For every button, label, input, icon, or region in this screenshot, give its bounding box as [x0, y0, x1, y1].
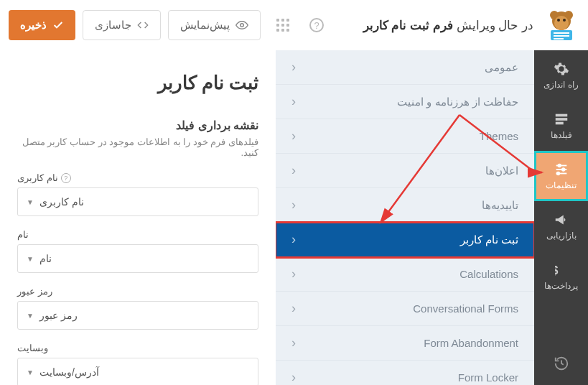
svg-rect-13	[555, 122, 563, 125]
chevron-left-icon: ‹	[291, 370, 296, 385]
form-icon	[554, 111, 569, 127]
preview-button[interactable]: پیش‌نمایش	[168, 10, 261, 40]
name-label: نام	[17, 229, 258, 240]
help-icon[interactable]: ?	[309, 18, 324, 32]
save-button[interactable]: ذخیره	[9, 10, 75, 40]
sidenav-settings[interactable]: تنظیمات	[534, 151, 588, 201]
settings-list: عمومی‹ حفاظت از هرزنامه و امنیت‹ Themes‹…	[276, 50, 534, 385]
password-select[interactable]: رمز عبور▼	[17, 301, 258, 330]
svg-rect-9	[554, 38, 564, 40]
svg-point-19	[556, 172, 559, 175]
website-label: وبسایت	[17, 343, 258, 353]
eye-icon	[235, 19, 248, 32]
help-icon[interactable]: ?	[61, 173, 71, 183]
chevron-left-icon: ‹	[291, 266, 296, 282]
gear-icon	[554, 61, 569, 77]
chevron-left-icon: ‹	[291, 198, 296, 213]
sidenav-setup[interactable]: راه اندازی	[534, 50, 588, 101]
dollar-icon: $	[555, 262, 568, 278]
page-title: در حال ویرایش فرم ثبت نام کاربر	[363, 18, 533, 33]
bullhorn-icon	[554, 212, 569, 228]
field-mapping-heading: نقشه برداری فیلد	[17, 119, 258, 132]
chevron-left-icon: ‹	[291, 60, 296, 75]
svg-point-5	[563, 19, 566, 22]
svg-point-3	[554, 16, 569, 30]
username-label: ?نام کاربری	[17, 172, 258, 183]
settings-item-abandonment[interactable]: Form Abandonment‹	[276, 326, 534, 361]
chevron-left-icon: ‹	[291, 232, 296, 247]
apps-grid-icon[interactable]	[276, 19, 289, 32]
svg-point-4	[557, 19, 560, 22]
svg-text:$: $	[555, 264, 559, 277]
svg-point-17	[561, 168, 564, 171]
settings-item-spam[interactable]: حفاظت از هرزنامه و امنیت‹	[276, 85, 534, 119]
sidenav-payments[interactable]: $ پرداخت‌ها	[534, 251, 588, 302]
name-select[interactable]: نام▼	[17, 244, 258, 273]
settings-item-confirmations[interactable]: تاییدیه‌ها‹	[276, 188, 534, 223]
chevron-left-icon: ‹	[291, 129, 296, 144]
panel-title: ثبت نام کاربر	[17, 72, 258, 94]
caret-down-icon: ▼	[27, 368, 34, 376]
settings-item-conversational[interactable]: Conversational Forms‹	[276, 292, 534, 326]
settings-panel: ثبت نام کاربر نقشه برداری فیلد فیلدهای ف…	[0, 50, 276, 385]
app-logo	[543, 7, 579, 43]
caret-down-icon: ▼	[27, 198, 34, 206]
code-icon	[137, 19, 149, 31]
sidenav-fields[interactable]: فیلدها	[534, 101, 588, 151]
username-select[interactable]: نام کاربری▼	[17, 187, 258, 216]
history-icon[interactable]	[534, 342, 588, 385]
svg-point-15	[558, 164, 561, 167]
chevron-left-icon: ‹	[291, 163, 296, 178]
chevron-left-icon: ‹	[291, 335, 296, 351]
chevron-left-icon: ‹	[291, 301, 296, 316]
settings-item-user-registration[interactable]: ثبت نام کاربر‹	[276, 223, 534, 257]
svg-rect-7	[554, 32, 569, 34]
settings-item-calculations[interactable]: Calculations‹	[276, 257, 534, 292]
embed-button[interactable]: جاسازی	[83, 10, 161, 40]
svg-rect-8	[554, 35, 569, 37]
settings-item-general[interactable]: عمومی‹	[276, 50, 534, 85]
settings-item-locker[interactable]: Form Locker‹	[276, 361, 534, 385]
website-select[interactable]: آدرس/وبسایت▼	[17, 358, 258, 385]
check-icon	[52, 19, 64, 31]
caret-down-icon: ▼	[27, 312, 34, 320]
settings-item-notifications[interactable]: اعلان‌ها‹	[276, 154, 534, 188]
sliders-icon	[554, 162, 569, 177]
svg-rect-12	[555, 118, 567, 121]
settings-item-themes[interactable]: Themes‹	[276, 119, 534, 154]
svg-rect-11	[555, 114, 567, 117]
sidenav-marketing[interactable]: بازاریابی	[534, 201, 588, 251]
password-label: رمز عبور	[17, 286, 258, 297]
svg-point-10	[241, 24, 244, 27]
caret-down-icon: ▼	[27, 255, 34, 263]
chevron-left-icon: ‹	[291, 94, 296, 109]
field-mapping-description: فیلدهای فرم خود را به اطلاعات موجود در ح…	[17, 136, 258, 158]
